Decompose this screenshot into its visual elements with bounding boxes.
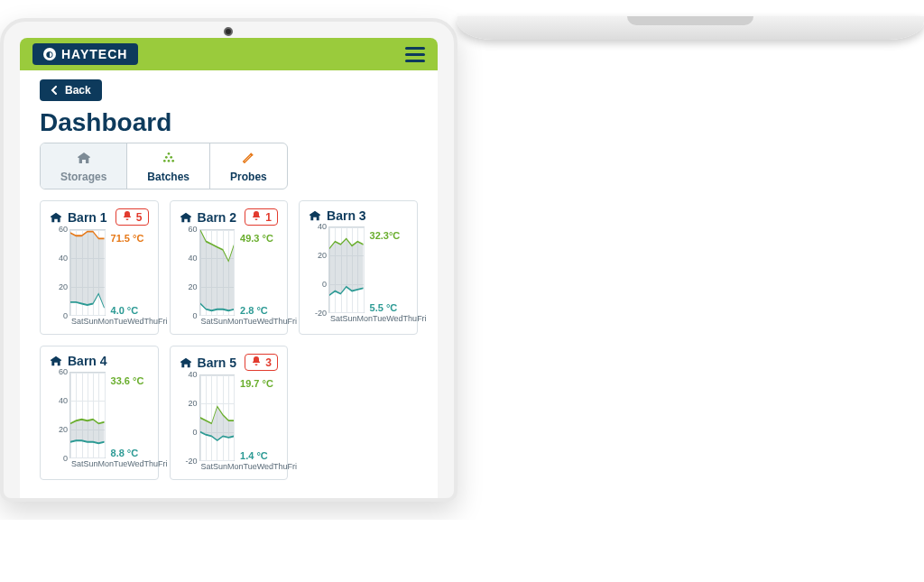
svg-point-0 [167,152,170,155]
x-tick-label: Thu [144,459,159,471]
chart: 0204060 SatSunMonTueWedThuFri 33.6 °C 8.… [50,372,149,471]
x-tick-label: Thu [144,317,159,328]
x-tick-label: Mon [98,317,115,328]
app-screen: ◐ HAYTECH Back Dashboard Storages Batche… [20,38,438,498]
chart-body: 0204060 SatSunMonTueWedThuFri [50,372,106,471]
x-axis: SatSunMonTueWedThuFri [69,458,106,471]
plot-area [69,229,106,316]
chart-svg [200,230,235,315]
x-axis: SatSunMonTueWedThuFri [69,316,106,328]
card-title-text: Barn 3 [327,208,366,223]
alert-count: 5 [136,211,143,224]
bell-icon [251,210,262,224]
x-tick-label: Tue [244,317,257,328]
card-title: Barn 2 [180,210,237,225]
app-bar: ◐ HAYTECH [20,38,438,70]
card-header: Barn 5 3 [180,354,279,371]
x-tick-label: Fri [288,317,298,328]
card-title-text: Barn 2 [198,210,237,225]
x-tick-label: Tue [114,317,127,328]
plot-area [69,372,106,458]
arrow-left-icon [51,86,60,95]
storage-card[interactable]: Barn 3 -2002040 SatSunMonTueWedThuFri 32… [299,200,418,335]
storage-card[interactable]: Barn 1 5 0204060 SatSunMonTueWedThuF [40,200,159,335]
alert-badge[interactable]: 5 [116,208,149,226]
brand-text: HAYTECH [61,47,127,61]
back-button[interactable]: Back [40,79,102,101]
x-tick-label: Thu [273,462,288,474]
alert-count: 3 [265,356,272,369]
bell-icon [122,210,133,224]
chart-svg [200,375,235,460]
y-axis: -2002040 [180,374,199,461]
x-tick-label: Sat [201,462,214,474]
x-tick-label: Wed [257,317,273,328]
temperature-readouts: 32.3°C 5.5 °C [370,226,408,326]
high-temp-label: 19.7 °C [240,378,278,389]
x-tick-label: Sun [343,314,357,326]
high-temp-label: 71.5 °C [111,233,149,244]
chart: -2002040 SatSunMonTueWedThuFri 32.3°C 5.… [309,226,408,326]
x-tick-label: Tue [373,314,386,326]
bell-icon [251,356,262,369]
chart-body: -2002040 SatSunMonTueWedThuFri [180,374,236,474]
temperature-readouts: 19.7 °C 1.4 °C [240,374,278,474]
card-title-text: Barn 5 [198,356,237,370]
temperature-readouts: 33.6 °C 8.8 °C [111,372,149,471]
low-temp-label: 2.8 °C [240,305,278,316]
laptop-base [457,16,924,40]
back-label: Back [65,84,91,97]
chart: 0204060 SatSunMonTueWedThuFri 71.5 °C 4.… [50,229,149,328]
alert-badge[interactable]: 1 [245,208,278,226]
x-tick-label: Thu [273,317,288,328]
card-header: Barn 4 [50,354,149,368]
low-temp-label: 4.0 °C [111,305,149,316]
x-tick-label: Fri [417,314,427,326]
low-temp-label: 1.4 °C [240,450,278,461]
barn-icon [180,211,192,224]
page-title: Dashboard [40,108,418,137]
chart: -2002040 SatSunMonTueWedThuFri 19.7 °C 1… [180,374,279,474]
storage-card[interactable]: Barn 5 3 -2002040 SatSunMonTueWedThu [170,346,289,480]
storage-card[interactable]: Barn 4 0204060 SatSunMonTueWedThuFri 33.… [40,346,159,480]
x-tick-label: Sun [213,317,227,328]
x-tick-label: Mon [357,314,374,326]
tab-batches[interactable]: Batches [127,143,210,189]
temperature-readouts: 49.3 °C 2.8 °C [240,229,278,328]
tab-label: Batches [147,171,189,183]
barn-icon [180,356,192,369]
x-tick-label: Sun [84,459,98,471]
hamburger-menu-icon[interactable] [405,47,425,62]
storage-cards-grid: Barn 1 5 0204060 SatSunMonTueWedThuF [40,200,418,480]
x-tick-label: Fri [158,459,168,471]
x-axis: SatSunMonTueWedThuFri [199,461,236,474]
tab-probes[interactable]: Probes [210,143,287,189]
x-axis: SatSunMonTueWedThuFri [199,316,236,328]
card-title: Barn 4 [50,354,107,368]
y-axis: -2002040 [309,226,328,313]
high-temp-label: 49.3 °C [240,233,278,244]
x-tick-label: Sun [84,317,98,328]
view-tabs: Storages Batches Probes [40,143,288,189]
probe-icon [241,151,255,168]
tab-storages[interactable]: Storages [41,143,127,189]
x-tick-label: Sat [330,314,343,326]
card-header: Barn 3 [309,208,408,223]
x-tick-label: Sun [213,462,227,474]
card-title-text: Barn 1 [68,210,107,225]
plot-area [328,226,365,313]
brand-logo[interactable]: ◐ HAYTECH [32,43,138,65]
tab-label: Storages [60,171,106,183]
chart-body: 0204060 SatSunMonTueWedThuFri [50,229,106,328]
low-temp-label: 5.5 °C [370,302,408,313]
alert-badge[interactable]: 3 [245,354,278,371]
x-tick-label: Thu [403,314,418,326]
page-body: Back Dashboard Storages Batches Probes B… [20,70,438,498]
alert-count: 1 [265,211,272,224]
storage-card[interactable]: Barn 2 1 0204060 SatSunMonTueWedThuF [170,200,289,335]
plot-area [199,229,236,316]
y-axis: 0204060 [180,229,199,316]
x-tick-label: Mon [98,459,115,471]
barn-icon [50,355,62,367]
card-title: Barn 1 [50,210,107,225]
